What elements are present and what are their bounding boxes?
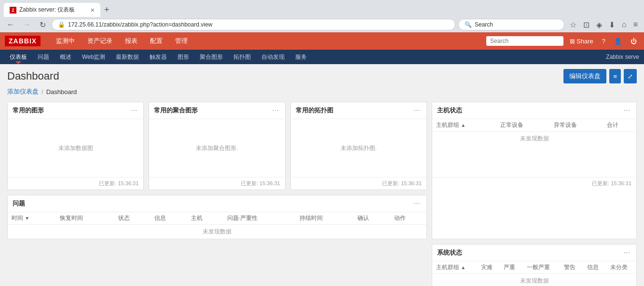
widget-sys-status: 系统状态 ··· 主机群组 灾难 严重 一般严重 警 (432, 244, 637, 286)
sub-nav-item-services[interactable]: 服务 (290, 51, 312, 63)
power-btn[interactable]: ⏻ (628, 37, 639, 46)
widget-topology-title: 常用的拓扑图 (296, 106, 412, 115)
back-btn[interactable]: ← (4, 19, 17, 30)
problem-col-ack: 确认 (354, 212, 390, 225)
sys-col-unclassified: 未分类 (606, 261, 636, 274)
widget-agg-graphs: 常用的聚合图形 ··· 未添加聚合图形. 已更新: 15:36:31 (149, 102, 285, 190)
sys-col-group: 主机群组 (432, 261, 477, 274)
menu-btn[interactable]: ≡ (631, 19, 640, 30)
widget-sys-status-header: 系统状态 ··· (432, 245, 636, 261)
browser-search-placeholder: Search (475, 21, 493, 28)
nav-item-config[interactable]: 配置 (144, 34, 168, 48)
host-status-table: 主机群组 正常设备 异常设备 合计 未发现数据 (432, 119, 636, 146)
breadcrumb: 添加仪表盘 / Dashboard (7, 87, 637, 96)
url-box[interactable]: 🔒 172.25.66.11/zabbix/zabbix.php?action=… (52, 19, 455, 30)
sys-sort-icon[interactable] (461, 264, 466, 271)
sub-nav-item-discovery[interactable]: 自动发现 (257, 51, 289, 63)
host-sort-icon[interactable] (461, 122, 466, 128)
widget-agg-graphs-menu-btn[interactable]: ··· (271, 106, 280, 115)
widget-host-status-menu-btn[interactable]: ··· (622, 106, 631, 115)
share-label: Share (576, 38, 593, 45)
host-col-group: 主机群组 (432, 119, 496, 132)
sys-col-average: 一般严重 (523, 261, 560, 274)
problem-col-recover: 恢复时间 (56, 212, 114, 225)
sys-no-data-row: 未发现数据 (432, 274, 636, 286)
browser-search-box[interactable]: 🔍 Search (458, 19, 564, 30)
widget-agg-graphs-title: 常用的聚合图形 (154, 106, 271, 115)
forward-btn[interactable]: → (20, 19, 34, 30)
problem-col-severity: 问题·严重性 (223, 212, 296, 225)
widget-topology-header: 常用的拓扑图 ··· (291, 102, 426, 119)
nav-item-assets[interactable]: 资产记录 (82, 34, 118, 48)
sub-nav-item-latest[interactable]: 最新数据 (111, 51, 144, 63)
page-header: Dashboard 编辑仪表盘 ≡ ⤢ (7, 69, 637, 83)
widget-graphs-no-data: 未添加数据图 (58, 144, 93, 152)
sub-nav-item-dashboard[interactable]: 仪表板 (5, 52, 32, 62)
share-btn[interactable]: ⊠ Share (567, 37, 596, 46)
widget-agg-graphs-no-data: 未添加聚合图形. (196, 144, 238, 152)
widget-problems-title: 问题 (13, 199, 412, 208)
sub-nav-item-triggers[interactable]: 触发器 (145, 51, 172, 63)
reader-btn[interactable]: ⊡ (581, 19, 592, 30)
problem-col-actions: 动作 (390, 212, 426, 225)
sys-status-table: 主机群组 灾难 严重 一般严重 警告 信息 未分类 (432, 261, 636, 286)
problems-no-data-row: 未发现数据 (8, 225, 426, 239)
page-title: Dashboard (7, 70, 563, 82)
widget-host-status-body: 主机群组 正常设备 异常设备 合计 未发现数据 (432, 119, 636, 177)
help-btn[interactable]: ? (600, 37, 608, 46)
edit-dashboard-btn[interactable]: 编辑仪表盘 (563, 69, 606, 83)
problem-col-time[interactable]: 时间 ▼ (8, 212, 56, 225)
widget-graphs-menu-btn[interactable]: ··· (129, 106, 138, 115)
dashboard-expand-btn[interactable]: ⤢ (624, 69, 637, 83)
page-content: Dashboard 编辑仪表盘 ≡ ⤢ 添加仪表盘 / Dashboard 常用… (0, 64, 644, 286)
host-col-total: 合计 (603, 119, 636, 132)
reload-btn[interactable]: ↻ (37, 19, 49, 30)
download-btn[interactable]: ⬇ (606, 19, 617, 30)
sub-nav: 仪表板 问题 概述 Web监测 最新数据 触发器 图形 聚合图形 拓扑图 自动发… (0, 50, 644, 64)
breadcrumb-link[interactable]: 添加仪表盘 (7, 87, 39, 96)
sub-nav-item-agg[interactable]: 聚合图形 (195, 51, 228, 63)
zabbix-header: ZABBIX 监测中 资产记录 报表 配置 管理 ⊠ Share ? 👤 ⏻ (0, 32, 644, 50)
sub-nav-item-graphs[interactable]: 图形 (173, 51, 194, 63)
time-sort-icon: ▼ (25, 216, 29, 221)
host-no-data: 未发现数据 (432, 132, 636, 146)
user-btn[interactable]: 👤 (612, 37, 624, 46)
zabbix-logo: ZABBIX (5, 36, 41, 46)
widget-graphs-body: 未添加数据图 (8, 119, 143, 177)
nav-item-reports[interactable]: 报表 (119, 34, 143, 48)
new-tab-btn[interactable]: + (100, 3, 113, 17)
problems-no-data: 未发现数据 (8, 225, 426, 239)
sub-nav-item-topo[interactable]: 拓扑图 (229, 51, 256, 63)
tab-close-btn[interactable]: × (91, 6, 95, 14)
widget-topology-menu-btn[interactable]: ··· (412, 106, 422, 115)
problem-col-status: 状态 (114, 212, 151, 225)
tab-title: Zabbix server: 仪表板 (19, 6, 75, 14)
widget-agg-graphs-footer: 已更新: 15:36:31 (149, 177, 285, 190)
lock-icon: 🔒 (58, 21, 65, 28)
widget-host-status-title: 主机状态 (437, 106, 622, 115)
widget-sys-status-menu-btn[interactable]: ··· (622, 248, 631, 257)
widget-host-status-header: 主机状态 ··· (432, 102, 636, 119)
widget-topology-footer: 已更新: 15:36:31 (291, 177, 426, 190)
widget-agg-graphs-body: 未添加聚合图形. (149, 119, 285, 177)
sub-nav-item-problems[interactable]: 问题 (33, 51, 54, 63)
widget-problems-header: 问题 ··· (8, 195, 426, 212)
sub-nav-item-web[interactable]: Web监测 (77, 51, 110, 63)
sub-nav-right-text: Zabbix serve (606, 54, 639, 60)
home-btn[interactable]: ⌂ (619, 19, 629, 30)
widget-problems-menu-btn[interactable]: ··· (412, 199, 422, 208)
bookmark-btn[interactable]: ☆ (567, 19, 579, 30)
sys-no-data: 未发现数据 (432, 274, 636, 286)
nav-item-admin[interactable]: 管理 (169, 34, 193, 48)
sub-nav-wrapper-dashboard: 仪表板 (5, 53, 32, 61)
tab-bar: Z Zabbix server: 仪表板 × + (0, 0, 644, 17)
host-col-abnormal: 异常设备 (550, 119, 603, 132)
breadcrumb-separator: / (41, 88, 43, 95)
header-search-input[interactable] (486, 36, 563, 46)
sub-nav-item-overview[interactable]: 概述 (55, 51, 76, 63)
pocket-btn[interactable]: ◈ (594, 19, 604, 30)
url-text: 172.25.66.11/zabbix/zabbix.php?action=da… (68, 21, 449, 28)
nav-item-monitor[interactable]: 监测中 (50, 34, 81, 48)
dashboard-list-btn[interactable]: ≡ (609, 69, 621, 83)
widget-host-status-footer: 已更新: 15:36:31 (432, 177, 636, 190)
